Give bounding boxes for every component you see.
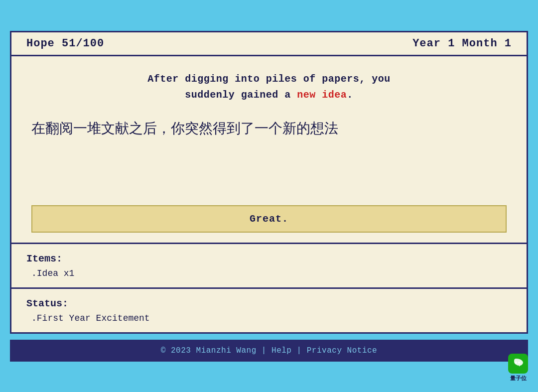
status-first-year: .First Year Excitement bbox=[26, 313, 512, 323]
great-button[interactable]: Great. bbox=[31, 205, 507, 233]
footer-bar: © 2023 Mianzhi Wang | Help | Privacy Not… bbox=[10, 340, 528, 362]
status-first-year-label: .First Year Excitement bbox=[31, 313, 150, 323]
hope-stat: Hope 51/100 bbox=[26, 37, 104, 50]
story-text-english: After digging into piles of papers, you … bbox=[31, 71, 507, 103]
wechat-label: 量子位 bbox=[510, 375, 527, 382]
story-en-period: . bbox=[347, 89, 353, 101]
status-section: Status: .First Year Excitement bbox=[10, 289, 528, 334]
game-container: Hope 51/100 Year 1 Month 1 After digging… bbox=[10, 31, 528, 362]
story-en-highlight: new idea bbox=[297, 89, 347, 101]
item-idea-label: .Idea x1 bbox=[31, 268, 74, 278]
story-text-chinese: 在翻阅一堆文献之后，你突然得到了一个新的想法 bbox=[31, 113, 507, 144]
status-title: Status: bbox=[26, 298, 512, 309]
story-en-line1: After digging into piles of papers, you bbox=[147, 73, 391, 85]
wechat-icon bbox=[508, 354, 528, 374]
footer-separator2: | bbox=[291, 346, 306, 355]
items-title: Items: bbox=[26, 253, 512, 264]
footer-text-copyright: © 2023 Mianzhi Wang | bbox=[161, 346, 271, 355]
main-content: After digging into piles of papers, you … bbox=[10, 55, 528, 244]
item-idea: .Idea x1 bbox=[26, 268, 512, 278]
wechat-badge: 量子位 bbox=[508, 354, 528, 382]
footer-help-link[interactable]: Help bbox=[271, 346, 291, 355]
story-en-line2-prefix: suddenly gained a bbox=[185, 89, 297, 101]
items-section: Items: .Idea x1 bbox=[10, 244, 528, 289]
great-button-label: Great. bbox=[250, 213, 288, 225]
year-stat: Year 1 Month 1 bbox=[412, 37, 512, 50]
footer-copyright: © 2023 Mianzhi Wang | Help | Privacy Not… bbox=[161, 346, 377, 355]
content-spacer bbox=[31, 154, 507, 190]
footer-privacy-link[interactable]: Privacy Notice bbox=[307, 346, 377, 355]
header-bar: Hope 51/100 Year 1 Month 1 bbox=[10, 31, 528, 55]
